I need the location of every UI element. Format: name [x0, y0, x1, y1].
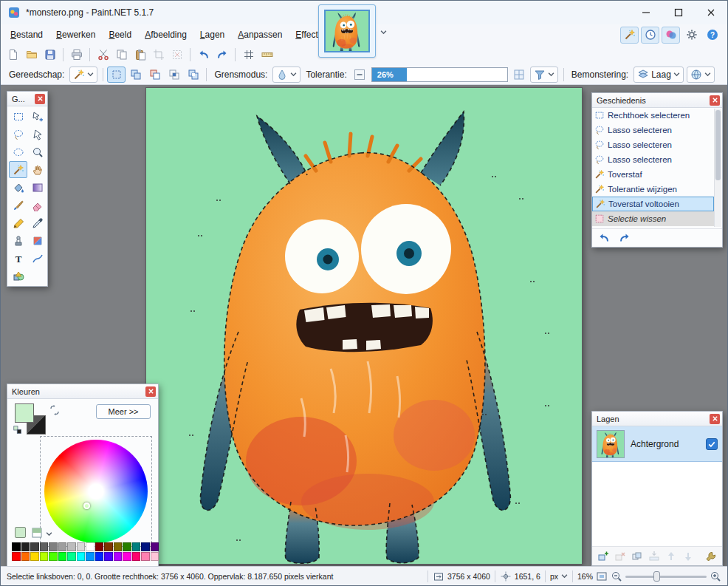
duplicate-layer-button[interactable] [630, 549, 645, 564]
undo-button[interactable] [194, 47, 213, 63]
palette-swatch[interactable] [21, 542, 30, 551]
palette-swatch[interactable] [58, 542, 67, 551]
ruler-button[interactable] [258, 47, 276, 63]
merge-layer-down-button[interactable] [647, 549, 662, 564]
menu-item-beeld[interactable]: Beeld [102, 26, 138, 44]
palette-dropdown-chevron[interactable] [46, 531, 52, 537]
tool-magic-wand[interactable] [9, 161, 27, 178]
history-item[interactable]: Toverstaf voltooien [592, 197, 714, 211]
tool-rect-select[interactable] [9, 108, 27, 125]
tool-zoom[interactable] [28, 143, 47, 160]
tool-recolor[interactable] [28, 232, 47, 249]
history-item[interactable]: Lasso selecteren [592, 137, 714, 152]
tools-panel-close-button[interactable] [35, 94, 45, 104]
palette-swatch[interactable] [132, 552, 141, 561]
palette-swatch[interactable] [67, 542, 76, 551]
open-button[interactable] [22, 47, 41, 63]
layer-properties-button[interactable] [704, 549, 718, 564]
tool-lasso[interactable] [9, 126, 27, 143]
grensmodus-dropdown[interactable] [272, 67, 301, 83]
grid-button[interactable] [239, 47, 258, 63]
print-button[interactable] [67, 47, 86, 63]
settings-gear-icon-button[interactable] [682, 27, 701, 44]
magic-wand-icon-button[interactable] [620, 27, 639, 44]
new-button[interactable] [4, 47, 22, 63]
palette-swatch[interactable] [151, 552, 159, 561]
history-item[interactable]: Lasso selecteren [592, 123, 714, 137]
tool-move[interactable] [28, 126, 47, 143]
active-tool-dropdown[interactable] [69, 67, 97, 83]
reset-colors-button[interactable] [13, 426, 22, 435]
history-clock-icon-button[interactable] [641, 27, 659, 44]
colors-more-button[interactable]: Meer >> [96, 404, 151, 419]
zoom-fit-button[interactable] [596, 570, 608, 582]
palette-swatch[interactable] [95, 542, 104, 551]
palette-style-button[interactable] [31, 527, 43, 539]
save-button[interactable] [41, 47, 59, 63]
palette-swatch[interactable] [114, 542, 123, 551]
menu-item-bestand[interactable]: Bestand [4, 26, 49, 44]
history-panel-close-button[interactable] [710, 95, 720, 106]
copy-button[interactable] [112, 47, 131, 63]
palette-swatch[interactable] [12, 552, 21, 561]
palette-swatch[interactable] [141, 552, 150, 561]
selection-mode-subtract-button[interactable] [145, 67, 164, 83]
sampling-source-dropdown[interactable]: Laag [633, 67, 684, 83]
tool-move-selection[interactable] [28, 108, 47, 125]
tool-text[interactable]: T [9, 250, 27, 267]
palette-swatch[interactable] [86, 552, 95, 561]
redo-button[interactable] [213, 47, 231, 63]
tool-line-curve[interactable] [28, 250, 47, 267]
palette-swatch[interactable] [21, 552, 30, 561]
layer-row[interactable]: Achtergrond [592, 426, 722, 462]
paste-button[interactable] [131, 47, 149, 63]
canvas[interactable] [146, 88, 582, 564]
palette-swatch[interactable] [30, 552, 39, 561]
palette-swatch[interactable] [141, 542, 150, 551]
palette-swatch[interactable] [123, 542, 131, 551]
flood-mode-button[interactable] [510, 67, 529, 83]
selection-mode-replace-button[interactable] [107, 67, 126, 83]
unit-dropdown[interactable]: px [550, 572, 568, 581]
layer-visibility-checkbox[interactable] [706, 438, 718, 450]
tool-shapes[interactable] [9, 268, 27, 285]
minimize-button[interactable] [630, 1, 662, 24]
palette-swatch[interactable] [123, 552, 131, 561]
history-item[interactable]: Rechthoek selecteren [592, 108, 714, 123]
history-item[interactable]: Lasso selecteren [592, 152, 714, 167]
palette-swatch[interactable] [86, 542, 95, 551]
deselect-button[interactable] [168, 47, 186, 63]
image-list-chevron[interactable] [380, 29, 387, 35]
palette-swatch[interactable] [30, 542, 39, 551]
history-item[interactable]: Selectie wissen [592, 211, 714, 226]
selection-mode-intersect-button[interactable] [165, 67, 183, 83]
primary-color-swatch[interactable] [15, 403, 34, 423]
palette-swatch[interactable] [114, 552, 123, 561]
palette-swatch[interactable] [40, 542, 49, 551]
palette-swatch[interactable] [77, 552, 86, 561]
colors-panel-close-button[interactable] [145, 386, 156, 397]
menu-item-bewerken[interactable]: Bewerken [49, 26, 102, 44]
cut-button[interactable] [94, 47, 112, 63]
move-layer-down-button[interactable] [681, 549, 696, 564]
delete-layer-button[interactable] [613, 549, 628, 564]
palette-swatch[interactable] [67, 552, 76, 561]
zoom-in-button[interactable] [710, 570, 721, 582]
palette-swatch[interactable] [77, 542, 86, 551]
menu-item-afbeelding[interactable]: Afbeelding [138, 26, 193, 44]
add-palette-color-button[interactable] [15, 527, 26, 538]
sampling-channel-dropdown[interactable] [687, 67, 715, 83]
history-item[interactable]: Tolerantie wijzigen [592, 182, 714, 197]
palette-swatch[interactable] [151, 542, 159, 551]
crop-button[interactable] [149, 47, 168, 63]
selection-mode-add-button[interactable] [126, 67, 145, 83]
help-icon-button[interactable]: ? [703, 27, 721, 44]
layers-panel-close-button[interactable] [710, 414, 720, 424]
menu-item-lagen[interactable]: Lagen [193, 26, 231, 44]
tool-pan[interactable] [28, 161, 47, 178]
palette-swatch[interactable] [12, 542, 21, 551]
history-scrollbar[interactable] [714, 109, 721, 227]
tool-pencil[interactable] [9, 214, 27, 231]
maximize-button[interactable] [662, 1, 695, 24]
tool-brush[interactable] [9, 197, 27, 214]
